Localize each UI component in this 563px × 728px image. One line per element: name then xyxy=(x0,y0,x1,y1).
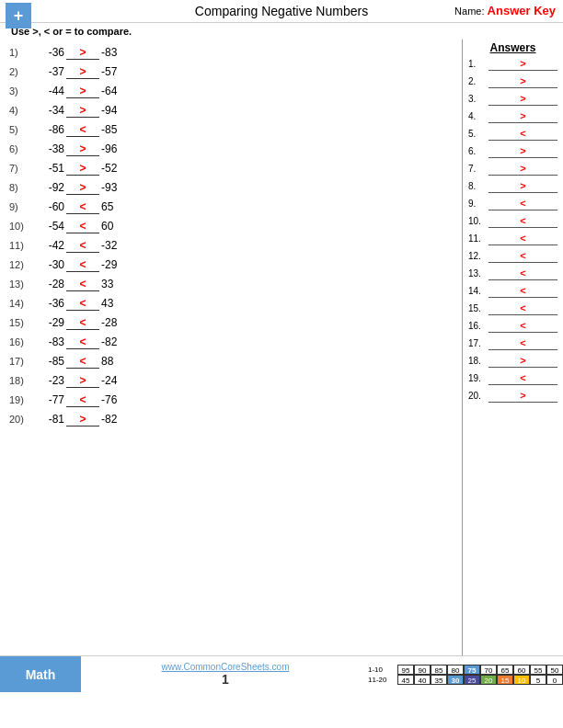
answer-blank: < xyxy=(66,220,99,233)
answer-item-value: > xyxy=(520,355,525,366)
problem-left-value: -44 xyxy=(29,85,64,97)
problem-right-value: -64 xyxy=(101,85,136,97)
score-cell: 40 xyxy=(414,675,431,685)
score-cell: 70 xyxy=(480,665,497,675)
problem-left-value: -81 xyxy=(29,413,64,426)
score-cell: 15 xyxy=(497,675,513,685)
name-label: Name: xyxy=(454,6,484,17)
answer-item-number: 18. xyxy=(468,356,488,366)
problem-number: 17) xyxy=(9,356,29,367)
answer-item-line: > xyxy=(488,110,557,123)
problem-number: 13) xyxy=(9,279,29,290)
problem-right-value: -29 xyxy=(101,258,136,271)
problem-left-value: -23 xyxy=(29,374,64,387)
answer-item-line: < xyxy=(488,372,557,385)
answer-item-value: < xyxy=(520,285,525,296)
footer-page: 1 xyxy=(222,672,229,687)
answer-blank: > xyxy=(66,142,99,156)
answer-item: 10.< xyxy=(468,213,557,229)
problem-row: 18)-23>-24 xyxy=(9,372,453,389)
answer-symbol: > xyxy=(79,142,86,155)
problem-right-value: 60 xyxy=(101,220,136,233)
problem-right-value: -96 xyxy=(101,142,136,155)
answer-item-value: < xyxy=(520,267,525,279)
answer-item-line: < xyxy=(488,267,557,280)
score-cell: 60 xyxy=(513,665,530,675)
problem-row: 19)-77<-76 xyxy=(9,392,453,408)
problem-right-value: -57 xyxy=(101,65,136,78)
answer-item-line: > xyxy=(488,163,557,176)
problem-left-value: -38 xyxy=(29,142,64,155)
answer-symbol: < xyxy=(79,278,86,290)
footer-url: www.CommonCoreSheets.com xyxy=(162,662,290,672)
answer-symbol: > xyxy=(79,85,86,97)
answer-item-line: > xyxy=(488,75,557,88)
main-area: 1)-36>-832)-37>-573)-44>-644)-34>-945)-8… xyxy=(0,40,563,655)
score-row-1: 1-1095908580757065605550 xyxy=(368,665,563,675)
answer-item-value: > xyxy=(520,93,525,104)
problem-row: 6)-38>-96 xyxy=(9,141,453,157)
problem-number: 12) xyxy=(9,259,29,270)
score-row1-label: 1-10 xyxy=(368,665,397,674)
problem-row: 4)-34>-94 xyxy=(9,102,453,119)
problem-right-value: -24 xyxy=(101,374,136,387)
problem-number: 2) xyxy=(9,66,29,77)
problem-right-value: 43 xyxy=(101,297,136,310)
answers-title: Answers xyxy=(468,41,557,54)
answer-item: 13.< xyxy=(468,266,557,281)
footer-scores: 1-109590858075706560555011-2045403530252… xyxy=(368,656,563,692)
score-cell: 65 xyxy=(497,665,513,675)
answer-item: 17.< xyxy=(468,336,557,351)
score-cell: 55 xyxy=(530,665,546,675)
answer-item-number: 5. xyxy=(468,129,488,139)
answer-item-value: < xyxy=(520,250,525,261)
answer-symbol: < xyxy=(79,258,86,271)
answer-item-line: < xyxy=(488,285,557,298)
problem-row: 15)-29<-28 xyxy=(9,314,453,331)
answer-blank: > xyxy=(66,374,99,388)
score-cell: 5 xyxy=(530,675,546,685)
answer-item: 7.> xyxy=(468,161,557,176)
score-cell: 85 xyxy=(431,665,447,675)
worksheet-title: Comparing Negative Numbers xyxy=(195,4,368,18)
problem-left-value: -42 xyxy=(29,239,64,252)
problem-row: 8)-92>-93 xyxy=(9,179,453,196)
answer-item: 19.< xyxy=(468,370,557,386)
answer-blank: < xyxy=(66,297,99,311)
problem-number: 6) xyxy=(9,143,29,154)
problem-number: 3) xyxy=(9,85,29,97)
answer-item: 9.< xyxy=(468,196,557,211)
answer-item-number: 19. xyxy=(468,373,488,383)
problem-left-value: -83 xyxy=(29,336,64,348)
answer-item-value: < xyxy=(520,337,525,348)
answer-item: 16.< xyxy=(468,318,557,334)
problem-left-value: -60 xyxy=(29,200,64,213)
answer-item-value: < xyxy=(520,302,525,313)
answer-symbol: < xyxy=(79,336,86,348)
answer-item: 4.> xyxy=(468,108,557,124)
answer-blank: < xyxy=(66,278,99,291)
footer-math-label: Math xyxy=(0,656,83,692)
score-cell: 0 xyxy=(546,675,563,685)
answer-item-line: > xyxy=(488,145,557,158)
answer-item-number: 12. xyxy=(468,251,488,261)
answer-item-number: 4. xyxy=(468,111,488,121)
problem-left-value: -36 xyxy=(29,46,64,59)
answer-symbol: < xyxy=(79,355,86,368)
problem-right-value: -28 xyxy=(101,316,136,329)
answer-item: 2.> xyxy=(468,74,557,89)
answer-symbol: > xyxy=(79,181,86,194)
score-cell: 35 xyxy=(431,675,447,685)
score-cell: 75 xyxy=(464,665,480,675)
problem-number: 14) xyxy=(9,298,29,309)
answer-item-line: < xyxy=(488,250,557,263)
answer-blank: < xyxy=(66,336,99,349)
problem-left-value: -85 xyxy=(29,355,64,368)
answer-item-line: > xyxy=(488,355,557,368)
problem-number: 1) xyxy=(9,47,29,58)
logo: + xyxy=(6,3,31,28)
answer-item-line: < xyxy=(488,128,557,141)
answer-item: 8.> xyxy=(468,178,557,194)
problem-left-value: -29 xyxy=(29,316,64,329)
problem-number: 7) xyxy=(9,163,29,174)
